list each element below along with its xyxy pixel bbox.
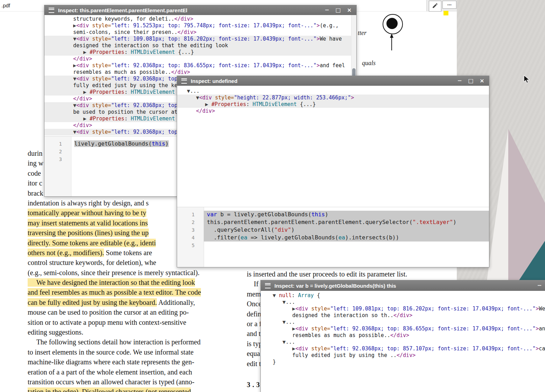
- line[interactable]: ▶<div style="left: 109.081px; top: 816.2…: [261, 306, 545, 312]
- diagram-arrow: [388, 33, 396, 52]
- window-title: Inspect: undefined: [191, 78, 237, 84]
- object-tree[interactable]: ▼ null: Array {▼...▶<div style="left: 10…: [261, 291, 545, 392]
- line[interactable]: ▼...: [177, 88, 489, 94]
- close-button[interactable]: ×: [479, 78, 485, 84]
- line[interactable]: 2this.parentElement.parentElement.parent…: [177, 218, 489, 226]
- line: is inserted and the user proceeds to edi…: [247, 269, 457, 279]
- line-number: 3: [44, 155, 71, 163]
- window-title: Inspect: this.parentElement.parentElemen…: [58, 7, 187, 13]
- line-number: 1: [177, 211, 204, 218]
- diagram-end-event-fill: [386, 18, 398, 29]
- minimize-button[interactable]: ─: [457, 78, 462, 84]
- line[interactable]: </div>: [44, 56, 356, 62]
- line[interactable]: ▼...: [261, 319, 545, 326]
- line: and feel resembles as much as possible a…: [28, 287, 238, 297]
- line-number: 4: [177, 234, 204, 241]
- maximize-button[interactable]: □: [468, 78, 474, 84]
- window-titlebar[interactable]: Inspect: var b = lively.getGlobalBounds(…: [261, 280, 545, 291]
- minimize-button[interactable]: ─: [537, 283, 542, 288]
- line-number: 3: [177, 226, 204, 234]
- screen: .pdf ... tter quals durining wcodeitor c…: [0, 0, 545, 392]
- line[interactable]: resembles as much as possible..</div>: [44, 69, 356, 76]
- inspector-window-2: Inspect: undefined ─ □ × ▼...▼<div style…: [177, 76, 489, 267]
- menu-icon[interactable]: [181, 78, 187, 84]
- line-number: 2: [44, 148, 71, 155]
- edit-annotation-button[interactable]: [429, 1, 441, 12]
- line[interactable]: 1var b = lively.getGlobalBounds(this): [177, 211, 489, 218]
- line[interactable]: fully edited just by using the ..</div>: [261, 352, 545, 359]
- close-button[interactable]: ×: [347, 7, 352, 13]
- line: to insert elements in the source code. W…: [28, 347, 238, 357]
- line[interactable]: ▶<div style="left: 91.5253px; top: 795.7…: [44, 22, 356, 29]
- line[interactable]: structure keywords, for deleti..</div>: [44, 16, 356, 22]
- section-heading-number: 3.3: [247, 381, 262, 389]
- line: transition occurs when an allowed charac…: [28, 377, 238, 387]
- line: (e.g., semi-colons, since their presence…: [28, 268, 238, 278]
- line[interactable]: ▼<div style="left: 109.081px; top: 816.2…: [44, 36, 356, 42]
- minimize-button[interactable]: ─: [324, 7, 330, 13]
- code-editor[interactable]: 1var b = lively.getGlobalBounds(this)2th…: [177, 207, 489, 267]
- line: The following sections detail how intera…: [28, 337, 238, 347]
- pencil-icon: [432, 2, 438, 10]
- line[interactable]: 4 .filter(ea => lively.getGlobalBounds(e…: [177, 234, 489, 241]
- line[interactable]: ▶ #Properties: HTMLDivElement {...}: [44, 49, 356, 56]
- line[interactable]: ▶<div style="left: 92.0368px; top: 836.6…: [261, 326, 545, 332]
- line[interactable]: ▶<div style="left: 92.0368px; top: 857.1…: [261, 345, 545, 352]
- line[interactable]: ▼<div style="height: 22.877px; width: 25…: [177, 94, 489, 101]
- yellow-annotation-marker[interactable]: [443, 11, 448, 15]
- line: We have designed the interaction so that…: [28, 278, 238, 287]
- line: eration of a a part of the whole element…: [28, 367, 238, 377]
- line-number: 2: [177, 218, 204, 226]
- inspector-window-3: Inspect: var b = lively.getGlobalBounds(…: [260, 280, 545, 392]
- line[interactable]: ▶<div style="left: 92.0368px; top: 836.6…: [44, 62, 356, 69]
- line[interactable]: designed the interaction so th..</div>: [261, 312, 545, 319]
- line[interactable]: }: [261, 359, 545, 365]
- more-options-button[interactable]: ...: [442, 1, 456, 9]
- line: tation in the edge). Disallowed characte…: [28, 387, 238, 392]
- line[interactable]: semi-colons, since their presen..</div>: [44, 29, 356, 36]
- line[interactable]: designed the interaction so that the edi…: [44, 42, 356, 49]
- line[interactable]: ▶ #Properties: HTMLDivElement {...}: [177, 101, 489, 108]
- diagram-label-bottom: quals: [362, 59, 376, 67]
- line-number: 5: [177, 241, 204, 249]
- dom-tree[interactable]: ▼...▼<div style="height: 22.877px; width…: [177, 86, 489, 209]
- line: can be fully edited just by using the ke…: [28, 298, 238, 307]
- line: machine-like diagrams where each state r…: [28, 357, 238, 367]
- window-titlebar[interactable]: Inspect: undefined ─ □ ×: [177, 76, 489, 86]
- line-number: 1: [44, 140, 71, 148]
- diagram-label-top: tter: [358, 29, 366, 37]
- line[interactable]: 5: [177, 241, 489, 249]
- menu-icon[interactable]: [265, 283, 271, 288]
- line[interactable]: 3 .querySelectorAll("div"): [177, 226, 489, 234]
- pdf-tab-title: .pdf: [1, 2, 10, 8]
- mouse-cursor: [523, 75, 531, 85]
- line: mouse can be used to position the cursor…: [28, 307, 238, 317]
- line[interactable]: ▼...: [261, 339, 545, 345]
- line[interactable]: resembles as much as possible..</div>: [261, 332, 545, 339]
- line[interactable]: </div>: [177, 108, 489, 114]
- maximize-button[interactable]: □: [335, 7, 341, 13]
- line[interactable]: ▼...: [261, 299, 545, 306]
- line: editing suggestions.: [28, 327, 238, 337]
- window-titlebar[interactable]: Inspect: this.parentElement.parentElemen…: [44, 5, 356, 15]
- diagram-end-event-circle: [383, 14, 403, 34]
- menu-icon[interactable]: [49, 8, 54, 13]
- window-title: Inspect: var b = lively.getGlobalBounds(…: [274, 283, 396, 289]
- line[interactable]: ▼ null: Array {: [261, 292, 545, 299]
- line: sition or to activate a popup menu with …: [28, 317, 238, 327]
